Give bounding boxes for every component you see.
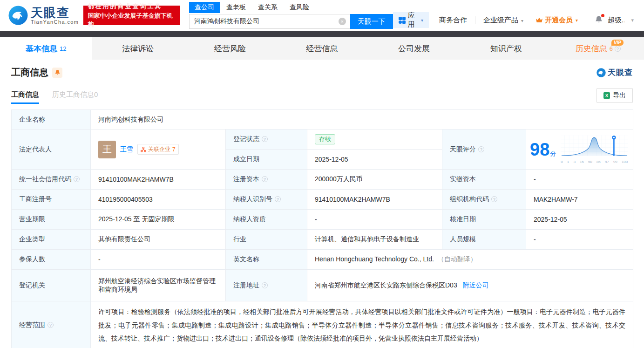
field-value-english-name: Henan Hongchuang Technology Co., Ltd. （自… [307,250,633,270]
score-number-block: 98分 [530,141,556,158]
nav-super-vip[interactable]: 超级... [608,16,625,25]
field-label-english-name: 英文名称 [226,250,307,270]
field-value-taxpayer-quali: - [307,210,442,230]
tab-basic-info-count: 12 [60,45,66,52]
subscribe-bell-button[interactable] [52,68,62,78]
tab-company-development-label: 公司发展 [398,43,430,54]
search-tab-boss[interactable]: 查老板 [221,2,251,13]
help-icon[interactable]: ? [262,136,268,142]
search-button[interactable]: 天眼一下 [350,14,393,29]
chevron-down-icon: ▾ [521,18,523,23]
field-label-reg-authority: 登记机关 [12,270,91,301]
help-icon[interactable]: ? [262,282,268,288]
field-label-business-term: 营业期限 [12,210,91,230]
field-label-approval-date: 核准日期 [442,210,526,230]
table-row: 经营范围? 许可项目：检验检测服务（依法须经批准的项目，经相关部门批准后方可开展… [12,301,633,348]
tab-history-info-count: 6 [610,45,613,52]
header-nav: 应用 ▾ 商务合作 企业级产品 ▾ 开通会员 ▾ 超级... ▾ [393,12,634,28]
help-icon[interactable]: ? [478,146,484,152]
help-icon[interactable]: ? [491,196,497,202]
related-companies-label: 关联企业 [148,145,170,153]
auto-translate-note: （自动翻译） [438,255,477,263]
nav-open-vip[interactable]: 开通会员 ▾ [529,16,584,25]
subtab-history-business-info[interactable]: 历史工商信息0 [52,90,98,104]
notification-button[interactable] [595,15,603,25]
nav-enterprise-label: 企业级产品 [483,16,518,24]
score-axis-labels: 0 1 3 15 50 85 97 99 100 [560,160,629,164]
field-label-taxpayer-quali: 纳税人资质 [226,210,307,230]
field-value-company-type: 其他有限责任公司 [91,230,226,250]
field-value-business-term: 2025-12-05 至 无固定期限 [91,210,226,230]
search-area: 查公司 查老板 查关系 查风险 × 天眼一下 [189,2,393,29]
field-label-staff-size: 人员规模 [442,230,526,250]
tab-business-risk-label: 经营风险 [214,43,246,54]
tab-business-info[interactable]: 经营信息 [276,37,368,60]
tab-company-development[interactable]: 公司发展 [368,37,460,60]
help-icon[interactable]: ? [74,176,80,182]
chevron-down-icon[interactable]: ▾ [631,17,634,23]
export-button[interactable]: X 导出 [597,88,633,103]
field-label-company-name: 企业名称 [12,110,91,130]
help-icon[interactable]: ? [47,322,54,328]
table-row: 法定代表人 王 王雪 关联企业 7 [12,130,633,150]
nearby-companies-link[interactable]: 附近公司 [463,281,489,289]
nav-open-vip-label: 开通会员 [545,16,573,25]
field-value-reg-authority: 郑州航空港经济综合实验区市场监督管理和营商环境局 [91,270,226,301]
tianyancha-logo-icon [8,6,28,25]
table-row: 登记机关 郑州航空港经济综合实验区市场监督管理和营商环境局 注册地址? 河南省郑… [12,270,633,301]
help-icon[interactable]: ? [615,46,621,52]
field-value-legal-rep: 王 王雪 关联企业 7 [91,130,226,170]
tab-legal-cases[interactable]: 法律诉讼 [92,37,184,60]
chevron-down-icon: ▾ [421,18,423,23]
legal-rep-name-link[interactable]: 王雪 [120,145,133,154]
legal-rep-avatar[interactable]: 王 [98,141,116,158]
logo-domain: TianYanCha.com [31,19,79,25]
help-icon[interactable]: ? [275,196,281,202]
dark-divider-strip [0,31,644,37]
chevron-down-icon: ▾ [576,18,578,23]
field-value-reg-capital: 200000万人民币 [307,170,442,190]
notification-dot [601,14,604,17]
bell-icon [54,69,61,75]
search-tab-company[interactable]: 查公司 [189,2,220,13]
business-registration-section: 工商信息 天眼查 工商信息 历史工商信息0 X 导出 企业名称 河南鸿创科技有限… [0,66,644,348]
tianyancha-logo[interactable]: 天眼查 TianYanCha.com [8,6,79,25]
section-title: 工商信息 [11,66,48,79]
score-curve-svg [560,135,629,158]
field-label-business-scope: 经营范围? [12,301,91,348]
watermark-logo: 天眼查 [597,67,633,78]
divider [431,16,431,24]
related-companies-badge[interactable]: 关联企业 7 [137,144,179,155]
field-value-reg-status: 存续 [307,130,442,150]
excel-icon: X [603,92,610,99]
clear-icon[interactable]: × [339,18,346,25]
field-value-establish-date: 2025-12-05 [307,150,442,170]
help-icon[interactable]: ? [262,176,268,182]
field-label-reg-number: 工商注册号 [12,190,91,210]
field-label-paid-capital: 实缴资本 [442,170,526,190]
tab-intellectual-property-label: 知识产权 [490,43,522,54]
field-value-paid-capital: - [526,170,633,190]
slogan-banner: 都在用的商业查询工具 国家中小企业发展子基金旗下机构 [83,6,180,25]
field-label-insured-count: 参保人数 [12,250,91,270]
nav-cooperation[interactable]: 商务合作 [433,16,473,25]
search-tab-risk[interactable]: 查风险 [284,2,315,13]
slogan-line2: 国家中小企业发展子基金旗下机构 [88,12,176,28]
divider [475,16,475,24]
field-value-reg-address: 河南省郑州市航空港区长安路东侧综合保税区D03 附近公司 [307,270,633,301]
table-row: 参保人数 - 英文名称 Henan Hongchuang Technology … [12,250,633,270]
tab-intellectual-property[interactable]: 知识产权 [460,37,552,60]
export-button-label: 导出 [613,91,626,100]
field-label-reg-capital: 注册资本? [226,170,307,190]
tab-basic-info[interactable]: 基本信息 12 [0,37,92,60]
crown-icon [536,17,543,23]
search-input[interactable] [189,14,350,29]
tab-business-risk[interactable]: 经营风险 [184,37,276,60]
subtab-business-info[interactable]: 工商信息 [11,90,39,104]
search-tab-relation[interactable]: 查关系 [252,2,283,13]
vip-badge: VIP [611,40,624,46]
tab-history-info[interactable]: VIP 历史信息 6 ? [552,37,644,60]
score-value: 98 [530,140,549,159]
apps-menu-button[interactable]: 应用 ▾ [393,12,429,28]
nav-enterprise[interactable]: 企业级产品 ▾ [477,16,529,25]
